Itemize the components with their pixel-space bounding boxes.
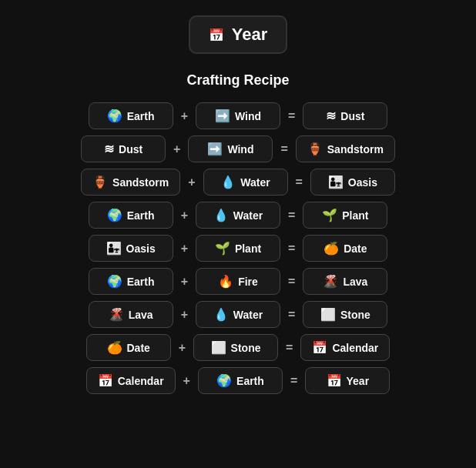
recipe-row: 🌍Earth+💧Water=🌱Plant	[89, 202, 388, 229]
ingredient-badge-input1: 👨‍👧Oasis	[89, 235, 173, 262]
ingredient-icon: 🌍	[216, 373, 232, 388]
equals-operator: =	[279, 142, 289, 156]
ingredient-icon: 💧	[213, 208, 229, 222]
ingredient-icon: ≋	[326, 109, 336, 123]
ingredient-label: Stone	[340, 309, 370, 321]
ingredient-badge-output: 📅Calendar	[300, 334, 390, 361]
ingredient-label: Water	[233, 209, 263, 222]
ingredient-badge-output: 🍊Date	[303, 235, 387, 262]
equals-operator: =	[287, 109, 297, 123]
ingredient-icon: ➡️	[215, 109, 230, 123]
recipe-row: 👨‍👧Oasis+🌱Plant=🍊Date	[89, 235, 388, 262]
ingredient-label: Plant	[342, 209, 368, 222]
ingredient-icon: 🌱	[215, 241, 230, 256]
title-text: Year	[232, 25, 268, 45]
ingredient-label: Dust	[119, 143, 142, 155]
plus-operator: +	[172, 142, 182, 156]
plus-operator: +	[186, 176, 196, 189]
ingredient-label: Sandstorm	[112, 176, 169, 189]
recipe-row: ≋Dust+➡️Wind=🏺Sandstorm	[81, 135, 395, 162]
ingredient-icon: 🏺	[307, 142, 323, 156]
ingredient-label: Earth	[127, 276, 155, 288]
ingredient-icon: 📅	[312, 340, 327, 355]
ingredient-badge-input1: 🌍Earth	[89, 268, 173, 295]
ingredient-badge-input1: 🍊Date	[86, 334, 171, 361]
plus-operator: +	[179, 109, 189, 123]
ingredient-badge-input2: 🔥Fire	[196, 268, 280, 295]
ingredient-label: Date	[344, 242, 367, 255]
ingredient-label: Calendar	[118, 375, 164, 387]
ingredient-label: Water	[240, 176, 270, 189]
ingredient-badge-output: ≋Dust	[303, 102, 387, 129]
ingredient-icon: 👨‍👧	[328, 175, 344, 189]
ingredient-badge-input1: ≋Dust	[81, 135, 166, 162]
plus-operator: +	[179, 308, 189, 322]
ingredient-icon: 🍊	[323, 241, 339, 256]
ingredient-label: Oasis	[348, 176, 377, 189]
ingredient-badge-output: 🌋Lava	[303, 268, 387, 295]
recipe-row: 📅Calendar+🌍Earth=📅Year	[86, 367, 391, 394]
ingredient-icon: 🏺	[92, 175, 108, 189]
ingredient-badge-input1: 🌍Earth	[89, 202, 173, 229]
equals-operator: =	[287, 275, 297, 289]
ingredient-badge-output: ⬜Stone	[303, 301, 387, 328]
ingredient-label: Wind	[235, 110, 261, 122]
equals-operator: =	[287, 308, 297, 322]
ingredient-icon: ➡️	[207, 142, 223, 156]
recipe-row: 🌍Earth+🔥Fire=🌋Lava	[89, 268, 388, 295]
ingredient-icon: 🌋	[323, 274, 338, 289]
ingredient-label: Water	[233, 309, 263, 321]
plus-operator: +	[179, 209, 189, 222]
ingredient-icon: 💧	[220, 175, 236, 189]
ingredient-label: Calendar	[332, 342, 378, 354]
recipe-row: 🌋Lava+💧Water=⬜Stone	[89, 301, 388, 328]
ingredient-icon: 🌋	[109, 307, 124, 322]
ingredient-label: Dust	[340, 110, 364, 122]
ingredient-icon: 🔥	[218, 274, 233, 289]
ingredient-icon: ≋	[104, 142, 114, 156]
ingredient-label: Earth	[127, 209, 155, 222]
equals-operator: =	[284, 341, 294, 355]
ingredient-badge-input2: ➡️Wind	[188, 135, 273, 162]
title-icon: 📅	[209, 28, 224, 42]
ingredient-icon: 🌍	[107, 109, 122, 123]
ingredient-label: Sandstorm	[327, 143, 384, 155]
plus-operator: +	[179, 242, 189, 256]
equals-operator: =	[294, 176, 304, 189]
ingredient-label: Earth	[127, 110, 155, 122]
recipe-row: 🍊Date+⬜Stone=📅Calendar	[86, 334, 391, 361]
ingredient-label: Fire	[238, 276, 258, 288]
equals-operator: =	[287, 242, 297, 256]
recipes-container: 🌍Earth+➡️Wind=≋Dust≋Dust+➡️Wind=🏺Sandsto…	[8, 102, 468, 394]
plus-operator: +	[182, 374, 192, 388]
equals-operator: =	[289, 374, 299, 388]
ingredient-label: Earth	[236, 375, 264, 387]
ingredient-badge-output: 🌱Plant	[303, 202, 387, 229]
ingredient-label: Lava	[343, 276, 367, 288]
ingredient-label: Date	[127, 342, 150, 354]
recipe-row: 🏺Sandstorm+💧Water=👨‍👧Oasis	[81, 169, 395, 196]
ingredient-badge-input2: 💧Water	[203, 169, 288, 196]
section-title: Crafting Recipe	[186, 72, 289, 89]
ingredient-label: Plant	[235, 242, 261, 255]
ingredient-icon: 🌍	[107, 208, 122, 222]
recipe-row: 🌍Earth+➡️Wind=≋Dust	[89, 102, 388, 129]
ingredient-label: Stone	[231, 342, 261, 354]
ingredient-icon: ⬜	[211, 340, 226, 355]
plus-operator: +	[179, 275, 189, 289]
ingredient-icon: ⬜	[320, 307, 336, 322]
ingredient-label: Oasis	[126, 242, 156, 255]
ingredient-icon: 🌍	[107, 274, 122, 289]
title-badge: 📅 Year	[189, 15, 288, 54]
ingredient-badge-input2: 🌍Earth	[198, 367, 283, 394]
ingredient-icon: 📅	[327, 373, 342, 388]
ingredient-badge-input2: 💧Water	[196, 301, 280, 328]
ingredient-badge-input1: 🌋Lava	[89, 301, 173, 328]
ingredient-icon: 💧	[213, 307, 229, 322]
ingredient-icon: 🍊	[107, 340, 122, 355]
ingredient-badge-input2: 🌱Plant	[196, 235, 280, 262]
equals-operator: =	[287, 209, 297, 222]
ingredient-label: Lava	[129, 309, 153, 321]
ingredient-badge-input2: 💧Water	[196, 202, 280, 229]
ingredient-icon: 📅	[98, 373, 113, 388]
